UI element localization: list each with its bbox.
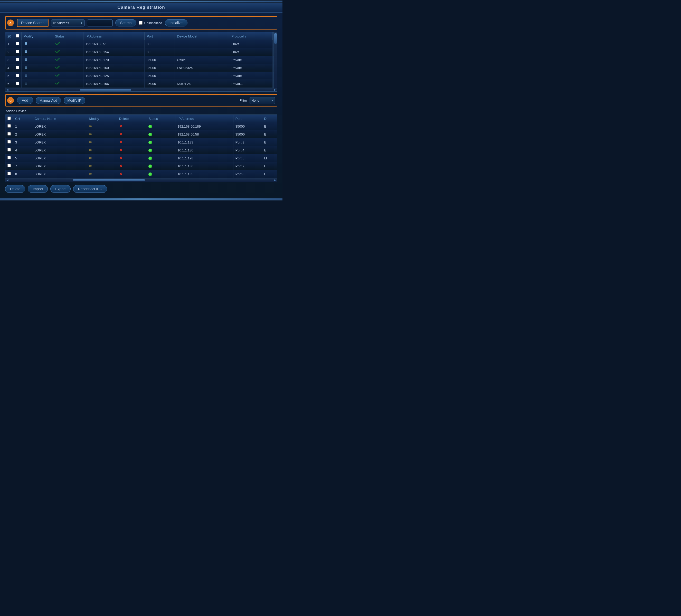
toolbar-a: a Device Search IP Address ▼ Search Unin… — [5, 16, 277, 29]
status-online-icon — [148, 140, 152, 144]
select-all-checkbox[interactable] — [16, 34, 19, 37]
row-checkbox[interactable] — [7, 140, 11, 144]
col-protocol: Protocol — [229, 32, 273, 40]
camera-icon: 🖥 — [24, 73, 28, 78]
col-ip-added: IP Address — [175, 115, 233, 123]
device-search-button[interactable]: Device Search — [17, 19, 49, 27]
page-title: Camera Registration — [0, 3, 282, 12]
col-status: Status — [53, 32, 83, 40]
filter-dropdown[interactable]: None ▼ — [250, 97, 275, 104]
filter-value: None — [251, 99, 259, 102]
col-status-added: Status — [146, 115, 175, 123]
camera-icon: 🖥 — [24, 81, 28, 86]
delete-icon[interactable]: ✕ — [119, 148, 123, 152]
table-row: 5 LOREX ✏ ✕ 10.1.1.128 Port 5 LI — [5, 154, 277, 162]
import-button[interactable]: Import — [28, 185, 48, 193]
row-checkbox[interactable] — [7, 124, 11, 128]
status-online-icon — [148, 149, 152, 152]
edit-icon[interactable]: ✏ — [89, 148, 93, 152]
search-button[interactable]: Search — [115, 19, 136, 26]
ip-address-dropdown[interactable]: IP Address ▼ — [51, 20, 84, 26]
row-checkbox[interactable] — [16, 50, 19, 53]
row-checkbox[interactable] — [7, 132, 11, 135]
table-row: 5 🖥 192.168.50.125 35000 Private — [5, 72, 277, 80]
camera-icon: 🖥 — [24, 57, 28, 62]
edit-icon[interactable]: ✏ — [89, 124, 93, 128]
status-active-icon — [55, 74, 60, 77]
row-checkbox[interactable] — [7, 172, 11, 175]
export-button[interactable]: Export — [50, 185, 70, 193]
add-button[interactable]: Add — [17, 97, 33, 104]
table-row: 4 LOREX ✏ ✕ 10.1.1.130 Port 4 E — [5, 146, 277, 154]
col-model: Device Model — [175, 32, 229, 40]
table-row: 2 LOREX ✏ ✕ 192.168.50.58 35000 E — [5, 130, 277, 138]
col-check-all-added[interactable] — [5, 115, 13, 123]
scroll-left-arrow[interactable]: ◀ — [6, 179, 8, 181]
row-checkbox[interactable] — [7, 164, 11, 168]
delete-icon[interactable]: ✕ — [119, 164, 123, 168]
row-checkbox[interactable] — [16, 74, 19, 77]
row-checkbox[interactable] — [16, 58, 19, 61]
status-active-icon — [55, 50, 60, 53]
ip-address-label: IP Address — [53, 21, 69, 25]
row-checkbox[interactable] — [7, 156, 11, 159]
status-online-icon — [148, 164, 152, 168]
vertical-scrollbar[interactable] — [274, 32, 277, 88]
col-camera-name: Camera Name — [32, 115, 87, 123]
table-row: 1 LOREX ✏ ✕ 192.168.50.189 35000 E — [5, 123, 277, 130]
col-d: D — [262, 115, 277, 123]
reconnect-ipc-button[interactable]: Reconnect IPC — [73, 185, 107, 193]
row-checkbox[interactable] — [16, 66, 19, 69]
delete-icon[interactable]: ✕ — [119, 156, 123, 160]
added-table-scrollbar[interactable]: ◀ ▶ — [5, 178, 277, 182]
search-input[interactable] — [87, 20, 113, 26]
scroll-right-arrow[interactable]: ▶ — [274, 179, 276, 181]
scroll-right-arrow[interactable]: ▶ — [274, 88, 276, 91]
table-row: 4 🖥 192.168.50.160 35000 LNB9232S Privat… — [5, 64, 277, 72]
edit-icon[interactable]: ✏ — [89, 172, 93, 176]
chevron-down-icon: ▼ — [271, 99, 274, 102]
added-device-table-wrap: CH Camera Name Modify Delete Status IP A… — [5, 114, 277, 182]
scroll-thumb-added[interactable] — [73, 179, 145, 181]
scroll-thumb-horiz[interactable] — [80, 89, 131, 91]
chevron-down-icon: ▼ — [80, 22, 83, 24]
edit-icon[interactable]: ✏ — [89, 132, 93, 136]
delete-icon[interactable]: ✕ — [119, 124, 123, 128]
initialize-button[interactable]: Initialize — [165, 19, 188, 26]
delete-icon[interactable]: ✕ — [119, 172, 123, 176]
row-checkbox[interactable] — [16, 82, 19, 85]
select-all-added-checkbox[interactable] — [7, 117, 11, 120]
edit-icon[interactable]: ✏ — [89, 140, 93, 144]
uninitialized-checkbox-label[interactable]: Uninitialized — [139, 21, 162, 25]
delete-button[interactable]: Delete — [5, 185, 25, 193]
col-ch: CH — [13, 115, 32, 123]
status-online-icon — [148, 125, 152, 128]
status-active-icon — [55, 82, 60, 85]
manual-add-button[interactable]: Manual Add — [36, 97, 61, 104]
modify-ip-button[interactable]: Modify IP — [64, 97, 85, 104]
scroll-thumb[interactable] — [274, 33, 277, 44]
camera-icon: 🖥 — [24, 66, 28, 70]
status-online-icon — [148, 173, 152, 176]
added-device-table: CH Camera Name Modify Delete Status IP A… — [5, 115, 277, 178]
scroll-left-arrow[interactable]: ◀ — [6, 88, 8, 91]
camera-icon: 🖥 — [24, 50, 28, 54]
row-checkbox[interactable] — [7, 148, 11, 151]
table-row: 2 🖥 192.168.50.154 80 Onvif — [5, 48, 277, 56]
table-row: 6 🖥 192.168.50.156 35000 N957EA0 Privat.… — [5, 80, 277, 88]
uninitialized-checkbox[interactable] — [139, 21, 143, 25]
delete-icon[interactable]: ✕ — [119, 132, 123, 136]
status-active-icon — [55, 42, 60, 46]
uninitialized-label: Uninitialized — [144, 21, 162, 25]
col-port: Port — [145, 32, 175, 40]
col-check-all[interactable] — [14, 32, 21, 40]
edit-icon[interactable]: ✏ — [89, 164, 93, 168]
row-checkbox[interactable] — [16, 42, 19, 45]
delete-icon[interactable]: ✕ — [119, 140, 123, 144]
col-delete-added: Delete — [117, 115, 146, 123]
status-active-icon — [55, 58, 60, 61]
horizontal-scrollbar[interactable]: ◀ ▶ — [5, 88, 277, 92]
edit-icon[interactable]: ✏ — [89, 156, 93, 160]
status-active-icon — [55, 66, 60, 69]
table-row: 7 LOREX ✏ ✕ 10.1.1.136 Port 7 E — [5, 162, 277, 170]
